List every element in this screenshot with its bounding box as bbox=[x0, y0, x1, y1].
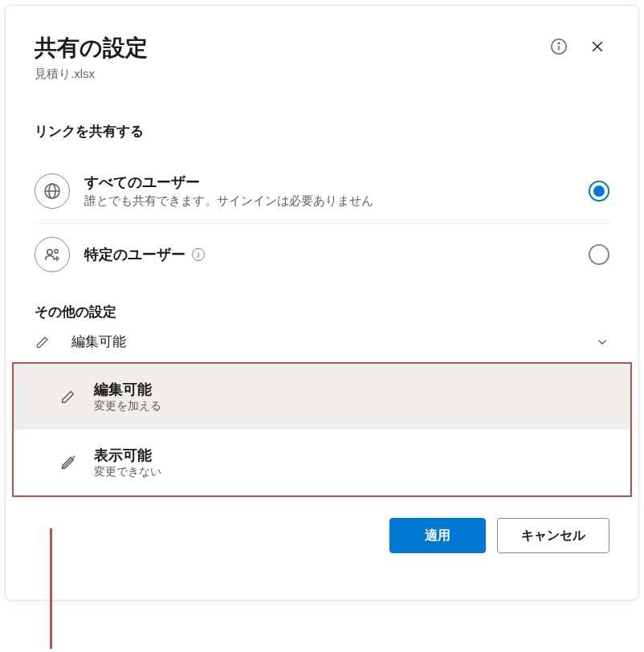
menu-item-desc: 変更できない bbox=[94, 465, 161, 479]
share-option-anyone[interactable]: すべてのユーザー 誰とでも共有できます。サインインは必要ありません bbox=[35, 160, 609, 223]
info-mini-icon[interactable]: i bbox=[192, 248, 205, 261]
svg-line-12 bbox=[62, 456, 75, 470]
globe-icon bbox=[35, 173, 70, 209]
menu-item-text: 表示可能 変更できない bbox=[94, 446, 161, 479]
close-icon[interactable] bbox=[585, 35, 609, 59]
option-desc: 誰とでも共有できます。サインインは必要ありません bbox=[84, 194, 574, 209]
dialog-filename: 見積り.xlsx bbox=[35, 67, 547, 82]
menu-item-title: 表示可能 bbox=[94, 446, 161, 465]
option-text: 特定のユーザー i bbox=[84, 245, 574, 264]
share-options: すべてのユーザー 誰とでも共有できます。サインインは必要ありません 特定のユーザ… bbox=[35, 160, 609, 287]
dialog-title: 共有の設定 bbox=[35, 33, 547, 63]
share-settings-dialog: 共有の設定 見積り.xlsx リンクを共有する bbox=[5, 5, 639, 601]
option-title: 特定のユーザー i bbox=[84, 245, 574, 264]
option-text: すべてのユーザー 誰とでも共有できます。サインインは必要ありません bbox=[84, 173, 574, 209]
radio-unselected[interactable] bbox=[589, 244, 609, 265]
chevron-down-icon bbox=[595, 335, 609, 349]
other-section-label: その他の設定 bbox=[35, 303, 609, 321]
share-option-specific[interactable]: 特定のユーザー i bbox=[35, 223, 609, 287]
option-title: すべてのユーザー bbox=[84, 173, 574, 192]
menu-item-can-edit[interactable]: 編集可能 変更を加える bbox=[14, 364, 630, 430]
pencil-icon bbox=[59, 388, 78, 405]
radio-selected[interactable] bbox=[589, 181, 609, 202]
permission-dropdown[interactable]: 編集可能 bbox=[35, 321, 609, 362]
dialog-header: 共有の設定 見積り.xlsx bbox=[35, 33, 609, 82]
dropdown-value: 編集可能 bbox=[71, 332, 576, 351]
pencil-slash-icon bbox=[59, 454, 78, 471]
svg-point-8 bbox=[47, 250, 52, 255]
menu-item-can-view[interactable]: 表示可能 変更できない bbox=[14, 430, 630, 495]
cancel-button[interactable]: キャンセル bbox=[497, 518, 609, 553]
share-section-label: リンクを共有する bbox=[35, 122, 609, 141]
header-actions bbox=[547, 35, 609, 59]
menu-item-title: 編集可能 bbox=[94, 380, 161, 399]
apply-button[interactable]: 適用 bbox=[389, 518, 486, 553]
option-title-text: 特定のユーザー bbox=[84, 245, 185, 264]
header-titles: 共有の設定 見積り.xlsx bbox=[35, 33, 547, 82]
menu-item-text: 編集可能 変更を加える bbox=[94, 380, 161, 414]
info-icon[interactable] bbox=[547, 35, 571, 59]
svg-point-1 bbox=[558, 43, 559, 43]
people-add-icon bbox=[35, 237, 70, 272]
pencil-icon bbox=[35, 334, 52, 350]
callout-annotation-line bbox=[50, 528, 52, 649]
menu-item-desc: 変更を加える bbox=[94, 399, 161, 414]
svg-point-9 bbox=[55, 250, 58, 253]
dialog-buttons: 適用 キャンセル bbox=[35, 518, 609, 553]
permission-menu: 編集可能 変更を加える 表示可能 変更できない bbox=[12, 362, 632, 497]
